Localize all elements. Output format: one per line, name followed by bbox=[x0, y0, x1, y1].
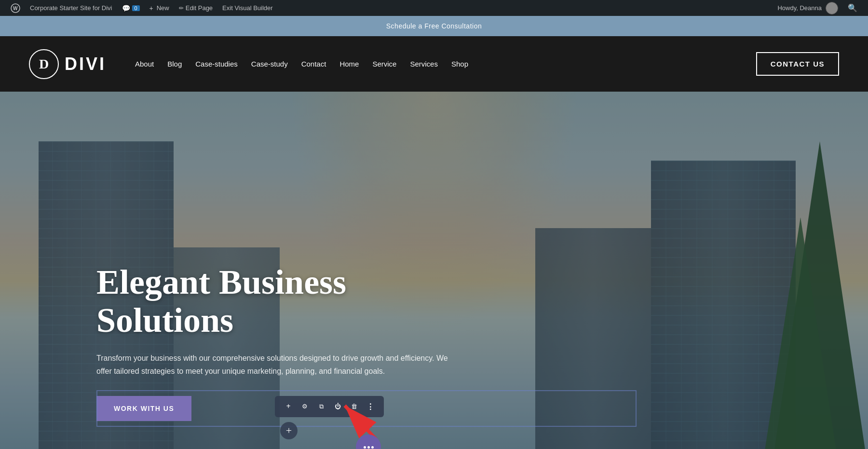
module-toolbar: + ⚙ ⧉ ⏻ 🗑 ⋮ bbox=[275, 396, 384, 417]
copy-toolbar-icon: ⧉ bbox=[319, 403, 324, 410]
nav-service[interactable]: Service bbox=[372, 60, 396, 68]
wp-icon: W bbox=[11, 3, 20, 13]
search-icon[interactable]: 🔍 bbox=[843, 3, 862, 13]
new-label: New bbox=[157, 4, 169, 12]
hero-content: Elegant Business Solutions Transform you… bbox=[96, 263, 473, 421]
edit-page-item[interactable]: ✏ Edit Page bbox=[174, 0, 217, 16]
new-item[interactable]: + New bbox=[145, 0, 174, 16]
nav-services[interactable]: Services bbox=[410, 60, 438, 68]
gear-toolbar-icon: ⚙ bbox=[302, 403, 308, 410]
site-name-label: Corporate Starter Site for Divi bbox=[30, 4, 112, 12]
hero-title: Elegant Business Solutions bbox=[96, 263, 473, 340]
site-name-item[interactable]: Corporate Starter Site for Divi bbox=[25, 0, 117, 16]
trash-toolbar-icon: 🗑 bbox=[351, 403, 357, 410]
contact-us-button[interactable]: CONTACT US bbox=[756, 52, 839, 76]
hero-button-area: WORK WITH US + ⚙ ⧉ ⏻ 🗑 bbox=[96, 396, 473, 421]
logo-circle: D bbox=[29, 49, 59, 79]
toolbar-add-button[interactable]: + bbox=[282, 400, 295, 413]
work-with-us-button[interactable]: WORK WITH US bbox=[96, 396, 191, 421]
top-banner[interactable]: Schedule a Free Consultation bbox=[0, 16, 868, 36]
nav-home[interactable]: Home bbox=[339, 60, 359, 68]
dot-2 bbox=[367, 446, 370, 449]
dot-1 bbox=[364, 446, 366, 449]
pencil-icon: ✏ bbox=[179, 5, 184, 12]
comment-bubble-icon: 💬 bbox=[122, 4, 130, 12]
toolbar-more-button[interactable]: ⋮ bbox=[364, 400, 377, 413]
edit-page-label: Edit Page bbox=[186, 4, 213, 12]
toolbar-delete-button[interactable]: 🗑 bbox=[347, 400, 361, 413]
logo-text: DIVI bbox=[65, 54, 106, 74]
howdy-area: Howdy, Deanna bbox=[773, 2, 843, 14]
admin-bar: W Corporate Starter Site for Divi 💬 0 + … bbox=[0, 0, 868, 16]
power-toolbar-icon: ⏻ bbox=[335, 403, 341, 410]
svg-text:W: W bbox=[13, 6, 18, 11]
avatar bbox=[826, 2, 838, 14]
admin-bar-right: Howdy, Deanna 🔍 bbox=[773, 2, 862, 14]
site-header: D DIVI About Blog Case-studies Case-stud… bbox=[0, 36, 868, 92]
exit-builder-item[interactable]: Exit Visual Builder bbox=[217, 0, 278, 16]
toolbar-settings-button[interactable]: ⚙ bbox=[298, 400, 312, 413]
wp-logo-item[interactable]: W bbox=[6, 0, 25, 16]
main-nav: About Blog Case-studies Case-study Conta… bbox=[135, 60, 756, 68]
toolbar-clone-button[interactable]: ⧉ bbox=[314, 400, 328, 413]
nav-case-study[interactable]: Case-study bbox=[251, 60, 288, 68]
dot-3 bbox=[371, 446, 374, 449]
hero-subtitle: Transform your business with our compreh… bbox=[96, 352, 463, 378]
nav-about[interactable]: About bbox=[135, 60, 154, 68]
exit-builder-label: Exit Visual Builder bbox=[222, 4, 273, 12]
comments-item[interactable]: 💬 0 bbox=[117, 0, 145, 16]
nav-blog[interactable]: Blog bbox=[167, 60, 182, 68]
plus-toolbar-icon: + bbox=[286, 402, 290, 411]
nav-contact[interactable]: Contact bbox=[301, 60, 326, 68]
toolbar-disable-button[interactable]: ⏻ bbox=[331, 400, 344, 413]
add-section-button[interactable]: + bbox=[280, 422, 298, 439]
howdy-label: Howdy, Deanna bbox=[777, 4, 822, 12]
banner-text: Schedule a Free Consultation bbox=[386, 22, 482, 30]
plus-icon: + bbox=[149, 4, 153, 12]
more-toolbar-icon: ⋮ bbox=[366, 402, 374, 411]
nav-shop[interactable]: Shop bbox=[451, 60, 468, 68]
comment-count-badge: 0 bbox=[132, 5, 140, 11]
admin-bar-left: W Corporate Starter Site for Divi 💬 0 + … bbox=[6, 0, 773, 16]
add-section-icon: + bbox=[286, 425, 292, 436]
logo-area[interactable]: D DIVI bbox=[29, 49, 106, 79]
nav-case-studies[interactable]: Case-studies bbox=[195, 60, 238, 68]
hero-section: Elegant Business Solutions Transform you… bbox=[0, 92, 868, 449]
